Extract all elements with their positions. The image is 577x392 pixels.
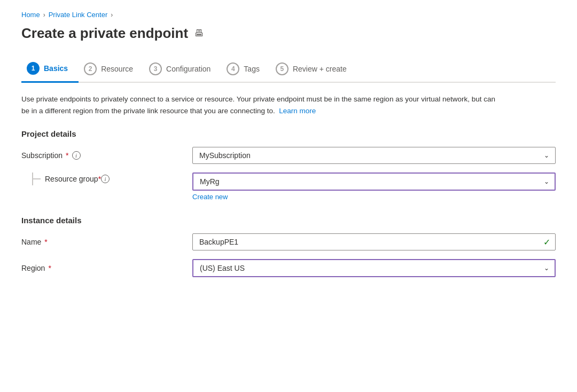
region-dropdown[interactable]: (US) East US	[192, 259, 556, 277]
region-required: *	[48, 264, 51, 272]
region-label: Region	[21, 264, 45, 272]
name-label: Name	[21, 238, 41, 246]
region-dropdown-wrapper: (US) East US ⌄	[192, 259, 556, 277]
name-label-col: Name *	[21, 238, 192, 246]
subscription-dropdown[interactable]: MySubscription	[192, 147, 556, 164]
name-required: *	[44, 238, 47, 246]
h-line	[33, 178, 41, 179]
resource-group-label: Resource group	[45, 175, 98, 183]
name-input-wrapper: ✓	[192, 233, 556, 250]
tab-configuration[interactable]: 3 Configuration	[144, 57, 221, 82]
subscription-required: *	[66, 151, 68, 160]
resource-group-dropdown[interactable]: MyRg	[192, 173, 556, 191]
tab-review-step: 5	[276, 62, 288, 75]
breadcrumb: Home › Private Link Center ›	[21, 11, 556, 19]
name-control: ✓	[192, 233, 556, 250]
page-title: Create a private endpoint	[21, 25, 188, 42]
name-valid-icon: ✓	[543, 237, 550, 247]
breadcrumb-private-link-center[interactable]: Private Link Center	[49, 11, 108, 19]
subscription-row: Subscription * i MySubscription ⌄	[21, 147, 556, 164]
instance-details-section: Instance details Name * ✓ Region * (US) …	[21, 216, 556, 277]
resource-group-info-icon[interactable]: i	[101, 175, 110, 183]
tab-configuration-step: 3	[149, 62, 162, 75]
tab-resource[interactable]: 2 Resource	[79, 57, 144, 82]
create-new-link[interactable]: Create new	[192, 193, 228, 201]
region-label-col: Region *	[21, 264, 192, 272]
subscription-label: Subscription	[21, 151, 63, 160]
breadcrumb-sep-1: ›	[43, 11, 45, 19]
region-row: Region * (US) East US ⌄	[21, 259, 556, 277]
name-row: Name * ✓	[21, 233, 556, 250]
page-header: Create a private endpoint 🖶	[21, 25, 556, 42]
subscription-info-icon[interactable]: i	[72, 151, 81, 160]
tab-basics-label: Basics	[44, 64, 68, 73]
subscription-control: MySubscription ⌄	[192, 147, 556, 164]
name-input[interactable]	[192, 233, 556, 250]
tab-review-label: Review + create	[293, 65, 347, 73]
print-icon[interactable]: 🖶	[194, 28, 204, 39]
tab-tags-label: Tags	[244, 65, 260, 73]
instance-details-title: Instance details	[21, 216, 556, 225]
tab-resource-label: Resource	[101, 65, 133, 73]
region-control: (US) East US ⌄	[192, 259, 556, 277]
tab-configuration-label: Configuration	[166, 65, 210, 73]
project-details-title: Project details	[21, 129, 556, 138]
tab-resource-step: 2	[84, 62, 97, 75]
subscription-label-col: Subscription * i	[21, 151, 192, 160]
resource-group-label-col: Resource group * i	[21, 173, 192, 185]
tab-tags-step: 4	[227, 62, 239, 75]
tab-tags[interactable]: 4 Tags	[221, 57, 270, 82]
resource-group-control: MyRg ⌄ Create new	[192, 173, 556, 201]
breadcrumb-sep-2: ›	[111, 11, 113, 19]
tab-basics[interactable]: 1 Basics	[21, 57, 79, 83]
subscription-dropdown-wrapper: MySubscription ⌄	[192, 147, 556, 164]
resource-group-row: Resource group * i MyRg ⌄ Create new	[21, 173, 556, 201]
indent-connector: Resource group * i	[21, 173, 110, 185]
tab-review-create[interactable]: 5 Review + create	[270, 57, 357, 82]
resource-group-dropdown-wrapper: MyRg ⌄	[192, 173, 556, 191]
project-details-section: Project details Subscription * i MySubsc…	[21, 129, 556, 201]
breadcrumb-home[interactable]: Home	[21, 11, 40, 19]
wizard-tabs: 1 Basics 2 Resource 3 Configuration 4 Ta…	[21, 57, 556, 83]
learn-more-link[interactable]: Learn more	[279, 107, 316, 115]
description-text: Use private endpoints to privately conne…	[21, 93, 502, 116]
tab-basics-step: 1	[27, 62, 40, 75]
